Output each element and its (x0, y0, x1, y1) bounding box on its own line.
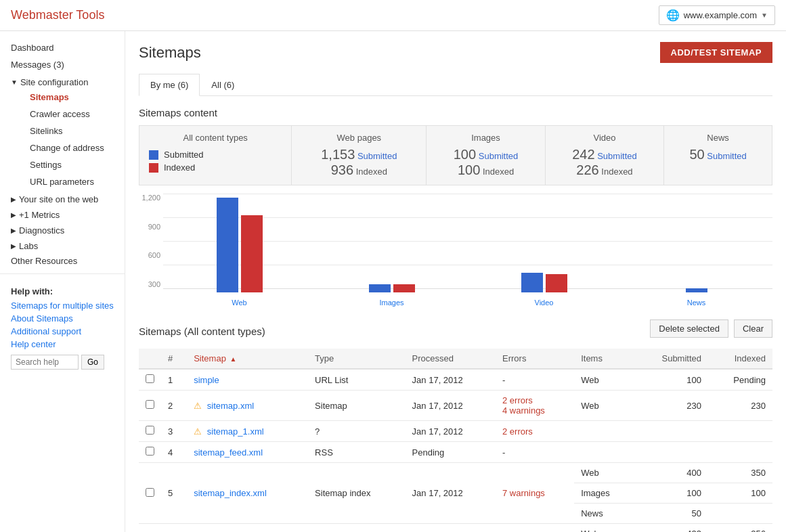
row4-sitemap-link[interactable]: sitemap_feed.xml (194, 447, 263, 458)
col-news: News 50 Submitted (664, 126, 772, 185)
help-link-multiple-sites[interactable]: Sitemaps for multiple sites (11, 301, 114, 311)
images-indexed: 100 Indexed (436, 162, 535, 178)
images-indexed-num: 100 (458, 162, 480, 177)
row1-checkbox[interactable] (146, 374, 154, 383)
row5-warning-link[interactable]: 7 warnings (502, 488, 545, 498)
warning-icon-2: ⚠ (194, 401, 202, 411)
row6-submitted-web: 423 (634, 524, 708, 533)
row3-items (574, 421, 634, 442)
legend-submitted-label: Submitted (164, 150, 204, 160)
row2-type: Sitemap (308, 391, 406, 421)
col-sitemap-header: Sitemap ▲ (187, 349, 308, 369)
data-table-section: Sitemaps (All content types) Delete sele… (139, 319, 772, 532)
row3-error-link[interactable]: 2 errors (502, 426, 533, 437)
sidebar-section-diagnostics[interactable]: ▶ Diagnostics (0, 221, 125, 237)
tab-by-me-label: By me (6) (150, 80, 188, 90)
row2-checkbox[interactable] (146, 400, 154, 409)
row5-submitted-images: 100 (634, 483, 708, 504)
chart-bar-news-submitted (686, 288, 707, 292)
chart-bar-video-submitted (521, 273, 543, 292)
col-type: Type (308, 349, 406, 369)
sidebar-item-other-resources[interactable]: Other Resources (0, 252, 125, 269)
header: Webmaster Tools 🌐 www.example.com ▼ (0, 0, 786, 31)
col-sitemap-label: Sitemap (194, 353, 226, 363)
sidebar-section-site-config[interactable]: ▼ Site configuration (0, 73, 125, 89)
chart-bar-images-indexed (393, 284, 415, 292)
chart-label-news: News (687, 298, 706, 307)
row3-checkbox[interactable] (146, 426, 154, 435)
tab-all[interactable]: All (6) (200, 74, 246, 95)
table-row: 1 simple URL List Jan 17, 2012 - Web 100… (139, 369, 772, 391)
sidebar-item-messages[interactable]: Messages (3) (0, 56, 125, 73)
sidebar-item-change-of-address[interactable]: Change of address (19, 139, 125, 156)
chart-bar-web-submitted (217, 198, 238, 292)
row3-submitted (634, 421, 708, 442)
row6-errors: - (496, 524, 574, 533)
row3-type: ? (308, 421, 406, 442)
row5-type: Sitemap index (308, 463, 406, 524)
chart-y-600: 600 (139, 251, 160, 259)
sidebar-item-url-parameters[interactable]: URL parameters (19, 173, 125, 190)
row5-checkbox[interactable] (146, 488, 154, 497)
row6-processed: Jan 17, 2012 (406, 524, 496, 533)
sidebar-item-dashboard[interactable]: Dashboard (0, 39, 125, 56)
row4-checkbox-cell (139, 442, 161, 463)
web-indexed-num: 936 (331, 162, 353, 177)
sidebar-metrics-label: +1 Metrics (19, 210, 60, 220)
site-selector[interactable]: 🌐 www.example.com ▼ (659, 5, 775, 25)
page-title: Sitemaps (139, 44, 201, 62)
col-web-pages: Web pages 1,153 Submitted 936 Indexed (292, 126, 427, 185)
row5-indexed-web: 350 (708, 463, 772, 483)
chart-label-web: Web (232, 298, 246, 307)
row3-checkbox-cell (139, 421, 161, 442)
tab-all-label: All (6) (211, 80, 234, 90)
row2-error-link[interactable]: 2 errors (502, 395, 567, 405)
row1-items: Web (574, 369, 634, 391)
row5-num: 5 (161, 463, 187, 524)
col-header-all: All content types (149, 133, 282, 143)
row1-type: URL List (308, 369, 406, 391)
clear-button[interactable]: Clear (734, 319, 772, 338)
sidebar-item-crawler-access[interactable]: Crawler access (19, 106, 125, 123)
row4-sitemap-cell: sitemap_feed.xml (187, 442, 308, 463)
content-section: Sitemaps content All content types Submi… (139, 107, 772, 309)
row5-checkbox-cell (139, 463, 161, 524)
news-submitted-num: 50 (689, 147, 704, 162)
chart-bar-web-indexed (241, 215, 263, 292)
legend-indexed-label: Indexed (164, 162, 195, 173)
delete-selected-button[interactable]: Delete selected (650, 319, 728, 338)
video-submitted-label: Submitted (597, 151, 637, 161)
news-submitted: 50 Submitted (674, 147, 762, 162)
add-test-sitemap-button[interactable]: ADD/TEST SITEMAP (660, 42, 772, 63)
chart-container: 1,200 900 600 300 (139, 194, 772, 309)
sidebar-section-your-site[interactable]: ▶ Your site on the web (0, 190, 125, 206)
row4-checkbox[interactable] (146, 447, 154, 456)
arrow-right-icon: ▶ (11, 196, 16, 203)
tab-by-me[interactable]: By me (6) (139, 74, 200, 96)
row2-indexed: 230 (708, 391, 772, 421)
main-content: Sitemaps ADD/TEST SITEMAP By me (6) All … (125, 31, 786, 532)
help-link-about[interactable]: About Sitemaps (11, 313, 114, 324)
row2-num: 2 (161, 391, 187, 421)
row3-sitemap-link[interactable]: sitemap_1.xml (207, 426, 264, 437)
help-link-additional[interactable]: Additional support (11, 326, 114, 336)
legend-red-box (149, 163, 158, 173)
row2-sitemap-link[interactable]: sitemap.xml (207, 401, 254, 411)
row5-sitemap-link[interactable]: sitemap_index.xml (194, 488, 267, 498)
sidebar-section-metrics[interactable]: ▶ +1 Metrics (0, 206, 125, 221)
row2-warning-link[interactable]: 4 warnings (502, 405, 567, 416)
sidebar-item-settings[interactable]: Settings (19, 156, 125, 173)
images-indexed-label: Indexed (483, 167, 514, 177)
legend-blue-box (149, 150, 158, 160)
sidebar-section-labs[interactable]: ▶ Labs (0, 237, 125, 252)
row3-errors-cell: 2 errors (496, 421, 574, 442)
help-link-center[interactable]: Help center (11, 339, 114, 349)
search-input[interactable] (11, 355, 79, 370)
sidebar: Dashboard Messages (3) ▼ Site configurat… (0, 31, 125, 532)
row1-sitemap-link[interactable]: simple (194, 375, 219, 385)
search-go-button[interactable]: Go (81, 355, 104, 370)
sidebar-item-sitelinks[interactable]: Sitelinks (19, 123, 125, 139)
sidebar-item-sitemaps[interactable]: Sitemaps (19, 89, 125, 106)
col-images: Images 100 Submitted 100 Indexed (427, 126, 545, 185)
chart-label-video: Video (535, 298, 554, 307)
